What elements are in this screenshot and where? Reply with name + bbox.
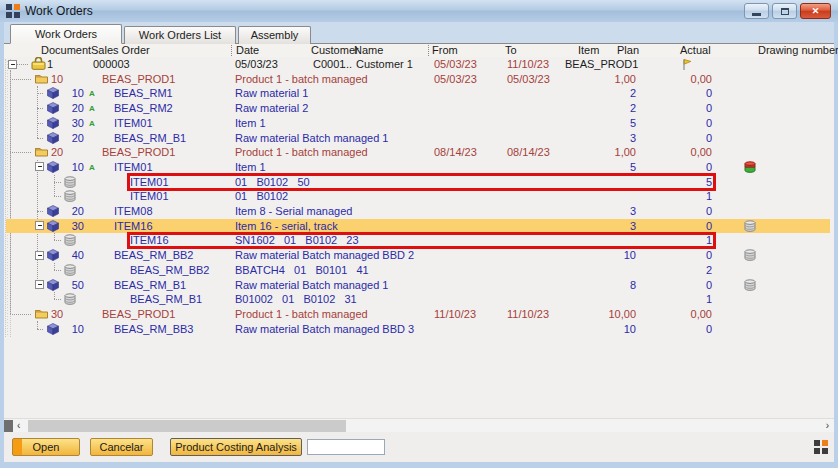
cell-actual: 0 — [646, 101, 712, 116]
table-row[interactable]: 100000305/03/23C0001...Customer 105/03/2… — [6, 57, 830, 72]
cell-plan: 3 — [578, 219, 636, 234]
cell-to-date: 08/14/23 — [507, 145, 550, 160]
availability-flag: A — [89, 86, 95, 101]
footer-input[interactable] — [307, 439, 385, 455]
beas-logo-small-icon — [814, 440, 828, 454]
maximize-button[interactable] — [772, 3, 797, 19]
tab-work-orders-list[interactable]: Work Orders List — [124, 26, 236, 44]
cell-plan: 1,00 — [578, 72, 636, 87]
collapse-expander-icon[interactable] — [35, 162, 44, 171]
table-row[interactable]: BEAS_RM_BB2BBATCH4 01 B0101 412 — [6, 263, 830, 278]
cell-plan: 10 — [578, 248, 636, 263]
column-header-plan[interactable]: Plan — [617, 44, 639, 57]
cell-position: 20 — [62, 204, 84, 219]
cell-description: Product 1 - batch managed — [235, 72, 368, 87]
collapse-expander-icon[interactable] — [8, 60, 17, 69]
grid-rows: 100000305/03/23C0001...Customer 105/03/2… — [4, 57, 834, 419]
cell-plan: 5 — [578, 160, 636, 175]
table-row[interactable]: ITEM0101 B0102 505 — [6, 175, 830, 190]
cell-item-code: BEAS_RM1 — [114, 86, 173, 101]
customer-link-ellipsis[interactable]: ... — [343, 57, 352, 72]
scrollbar-left-block[interactable] — [4, 420, 13, 432]
cell-to-date: 05/03/23 — [507, 72, 550, 87]
table-row[interactable]: BEAS_RM_B1B01002 01 B0102 311 — [6, 292, 830, 307]
cell-actual: 1 — [646, 189, 712, 204]
cell-position: 20 — [62, 131, 84, 146]
column-header-date[interactable]: Date — [236, 44, 259, 57]
close-button[interactable]: ✕ — [800, 3, 831, 19]
column-header-actual[interactable]: Actual — [680, 44, 711, 57]
column-header-item[interactable]: Item — [578, 44, 599, 57]
cell-position: 30 — [62, 219, 84, 234]
cancel-button[interactable]: Cancelar — [90, 438, 153, 456]
product-costing-analysis-button[interactable]: Product Costing Analysis — [170, 438, 302, 456]
scrollbar-thumb[interactable] — [28, 420, 346, 432]
open-button[interactable]: Open — [12, 438, 80, 456]
cell-from-date: 05/03/23 — [434, 72, 477, 87]
cell-to-date: 11/10/23 — [507, 307, 549, 322]
cell-position: 50 — [62, 278, 84, 293]
cell-position: 30 — [51, 307, 63, 322]
table-row[interactable]: 10BEAS_PROD1Product 1 - batch managed05/… — [6, 72, 830, 87]
table-row[interactable]: 50BEAS_RM_B1Raw material Batch managed 1… — [6, 278, 830, 293]
scroll-right-arrow-icon[interactable]: › — [826, 419, 829, 432]
table-row[interactable]: 20ITEM08Item 8 - Serial managed30 — [6, 204, 830, 219]
horizontal-scrollbar[interactable]: ‹ › — [4, 418, 834, 432]
column-header-document[interactable]: Document — [41, 44, 91, 57]
table-row[interactable]: 10AITEM01Item 150 — [6, 160, 830, 175]
column-header-customer[interactable]: Customer — [311, 44, 359, 57]
cell-item-code: ITEM16 — [114, 219, 153, 234]
tab-assembly[interactable]: Assembly — [238, 26, 311, 44]
table-row[interactable]: 30ITEM16Item 16 - serial, track30 — [6, 219, 830, 234]
column-separator — [428, 45, 429, 56]
window-controls: ✕ — [744, 3, 831, 19]
cell-description: SN1602 01 B0102 23 — [235, 233, 359, 248]
cell-plan: 8 — [578, 278, 636, 293]
maximize-icon — [781, 8, 789, 15]
table-row[interactable]: 10ABEAS_RM1Raw material 120 — [6, 86, 830, 101]
table-row[interactable]: 30AITEM01Item 150 — [6, 116, 830, 131]
table-row[interactable]: ITEM16SN1602 01 B0102 231 — [6, 233, 830, 248]
cell-item-code: BEAS_RM2 — [114, 101, 173, 116]
cell-actual: 0 — [646, 160, 712, 175]
cell-position: 10 — [62, 86, 84, 101]
tab-work-orders[interactable]: Work Orders — [10, 24, 122, 44]
column-header-sales-order[interactable]: Sales Order — [91, 44, 150, 57]
beas-logo-icon — [6, 4, 20, 18]
table-row[interactable]: 30BEAS_PROD1Product 1 - batch managed11/… — [6, 307, 830, 322]
availability-flag: A — [89, 160, 95, 175]
cell-item-code: ITEM01 — [114, 116, 153, 131]
column-header-to[interactable]: To — [505, 44, 517, 57]
cell-item: BEAS_PROD1 — [565, 57, 638, 72]
cell-plan: 3 — [578, 204, 636, 219]
cell-actual: 0 — [646, 278, 712, 293]
minimize-button[interactable] — [744, 3, 769, 19]
column-header-drawing-number[interactable]: Drawing number — [758, 44, 838, 57]
collapse-expander-icon[interactable] — [35, 221, 44, 230]
table-row[interactable]: ITEM0101 B01021 — [6, 189, 830, 204]
table-row[interactable]: 20ABEAS_RM2Raw material 220 — [6, 101, 830, 116]
table-row[interactable]: 20BEAS_PROD1Product 1 - batch managed08/… — [6, 145, 830, 160]
footer-bar: Open Cancelar Product Costing Analysis — [4, 432, 834, 462]
collapse-expander-icon[interactable] — [35, 251, 44, 260]
table-row[interactable]: 20BEAS_RM_B1Raw material Batch managed 1… — [6, 131, 830, 146]
scroll-left-arrow-icon[interactable]: ‹ — [17, 419, 20, 432]
cell-description: Raw material 1 — [235, 86, 308, 101]
cell-item-code: BEAS_PROD1 — [102, 307, 175, 322]
cell-customer-name: Customer 1 — [356, 57, 413, 72]
cell-actual: 2 — [646, 263, 712, 278]
cell-description: Raw material Batch managed 1 — [235, 131, 388, 146]
collapse-expander-icon[interactable] — [35, 280, 44, 289]
cell-item-code: ITEM08 — [114, 204, 153, 219]
table-row[interactable]: 10BEAS_RM_BB3Raw material Batch managed … — [6, 322, 830, 337]
column-header-name[interactable]: Name — [354, 44, 383, 57]
cell-description: Raw material 2 — [235, 101, 308, 116]
table-row[interactable]: 40BEAS_RM_BB2Raw material Batch managed … — [6, 248, 830, 263]
cell-actual: 0 — [646, 219, 712, 234]
cell-description: Item 1 — [235, 160, 266, 175]
cell-item-code: ITEM01 — [130, 175, 169, 190]
cell-position: 10 — [62, 322, 84, 337]
column-header-from[interactable]: From — [432, 44, 458, 57]
cell-from-date: 11/10/23 — [434, 307, 476, 322]
cell-date: 05/03/23 — [235, 57, 278, 72]
